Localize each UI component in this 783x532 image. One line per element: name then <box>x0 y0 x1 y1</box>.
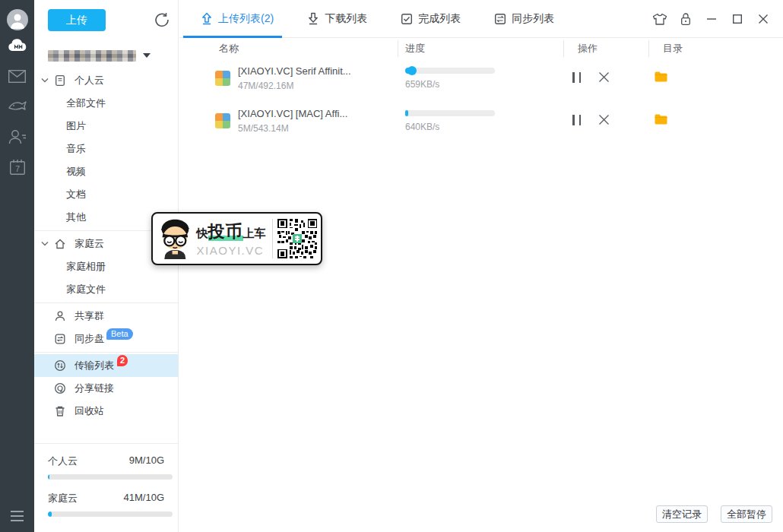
file-type-icon <box>215 113 230 128</box>
quota-value: 9M/10G <box>129 454 164 468</box>
qr-code <box>277 217 317 260</box>
person-icon <box>10 12 25 29</box>
sidebar-item-all-files[interactable]: 全部文件 <box>34 92 178 115</box>
pause-all-button[interactable]: 全部暂停 <box>721 505 772 523</box>
sidebar-item-video[interactable]: 视频 <box>34 160 178 183</box>
tab-sync-list[interactable]: 同步列表 <box>494 12 554 26</box>
fish-icon[interactable] <box>0 99 34 112</box>
column-directory: 目录 <box>663 42 683 55</box>
chevron-down-icon <box>41 241 49 246</box>
cancel-button[interactable] <box>598 71 610 86</box>
footer-actions: 清空记录 全部暂停 <box>656 505 772 523</box>
svg-text:7: 7 <box>14 164 19 173</box>
progress-bar <box>405 110 495 116</box>
quota-personal: 个人云 9M/10G <box>48 454 164 480</box>
share-link-icon <box>54 382 66 394</box>
sidebar-item-recycle-bin[interactable]: 回收站 <box>34 400 178 423</box>
sidebar: 上传 个人云 全部文件 图片 音乐 视频 文档 其他 <box>34 0 179 532</box>
quota-bar <box>48 511 173 517</box>
sidebar-item-sync-disk[interactable]: 同步盘 Beta <box>34 328 178 350</box>
cartoon-avatar <box>157 217 194 261</box>
tab-upload-list[interactable]: 上传列表(2) <box>201 12 274 26</box>
divider <box>648 40 649 57</box>
minimize-button[interactable] <box>704 11 719 27</box>
check-box-icon <box>401 13 413 25</box>
watermark-stamp: 快投币上车 XIAOYI.VC <box>151 212 322 265</box>
transfer-speed: 640KB/s <box>405 122 439 132</box>
group-icon <box>54 310 66 322</box>
quota-label: 个人云 <box>48 454 78 468</box>
left-rail: 7 <box>0 0 34 532</box>
pause-button[interactable] <box>572 72 582 83</box>
refresh-icon[interactable] <box>154 11 170 28</box>
file-type-icon <box>215 71 230 86</box>
tab-completed-list[interactable]: 完成列表 <box>401 12 461 26</box>
document-icon <box>54 74 66 87</box>
chevron-down-icon <box>143 53 151 58</box>
user-avatar[interactable] <box>7 9 28 30</box>
upload-icon <box>201 12 213 25</box>
sidebar-item-family-files[interactable]: 家庭文件 <box>34 278 178 301</box>
sync-disk-icon <box>54 333 66 345</box>
column-operations: 操作 <box>578 42 598 55</box>
contacts-icon[interactable] <box>0 129 34 144</box>
progress-bar <box>405 68 495 74</box>
upload-button[interactable]: 上传 <box>48 9 106 31</box>
cloud-logo-icon[interactable] <box>0 38 34 53</box>
skin-theme-icon[interactable] <box>652 11 667 27</box>
table-row[interactable]: [XIAOYI.VC] Serif Affinit... 47M/492.16M… <box>179 59 783 102</box>
home-icon <box>54 238 66 250</box>
quota-value: 41M/10G <box>124 492 164 505</box>
divider <box>34 302 178 303</box>
sidebar-item-music[interactable]: 音乐 <box>34 138 178 160</box>
pause-button[interactable] <box>572 115 582 125</box>
app-window: 7 上传 个人云 全部文件 图片 音乐 视频 文档 <box>0 0 783 532</box>
main-panel: 上传列表(2) 下载列表 完成列表 同步列表 <box>179 0 783 532</box>
divider <box>398 40 398 57</box>
account-selector[interactable] <box>48 49 151 62</box>
table-row[interactable]: [XIAOYI.VC] [MAC] Affi... 5M/543.14M 640… <box>179 102 783 144</box>
open-folder-button[interactable] <box>655 71 667 85</box>
column-progress: 进度 <box>405 42 425 55</box>
file-size: 5M/543.14M <box>238 123 289 134</box>
quota-label: 家庭云 <box>48 492 78 505</box>
file-name: [XIAOYI.VC] Serif Affinit... <box>238 65 394 77</box>
sidebar-item-personal-cloud[interactable]: 个人云 <box>34 69 178 92</box>
file-size: 47M/492.16M <box>238 81 293 91</box>
divider <box>272 219 273 258</box>
quota-bar <box>48 474 173 480</box>
maximize-button[interactable] <box>730 11 745 27</box>
sidebar-item-share-links[interactable]: 分享链接 <box>34 377 178 400</box>
mail-icon[interactable] <box>0 70 34 83</box>
open-folder-button[interactable] <box>655 114 667 128</box>
cancel-button[interactable] <box>598 114 610 128</box>
progress-knob <box>407 66 417 75</box>
column-name: 名称 <box>219 42 239 55</box>
transfer-count-badge: 2 <box>117 355 128 366</box>
divider <box>34 352 178 353</box>
chevron-down-icon <box>41 78 49 83</box>
censored-username <box>48 50 136 62</box>
file-name: [XIAOYI.VC] [MAC] Affi... <box>238 108 394 119</box>
trash-icon <box>54 405 66 417</box>
storage-quota: 个人云 9M/10G 家庭云 41M/10G <box>34 443 178 532</box>
download-icon <box>307 12 319 25</box>
lock-icon[interactable] <box>678 11 693 27</box>
close-button[interactable] <box>756 11 771 27</box>
clear-records-button[interactable]: 清空记录 <box>656 505 708 523</box>
transfer-speed: 659KB/s <box>405 79 439 90</box>
sidebar-item-docs[interactable]: 文档 <box>34 183 178 206</box>
divider <box>563 40 564 57</box>
tab-download-list[interactable]: 下载列表 <box>307 12 367 26</box>
sync-icon <box>494 13 506 25</box>
tab-bar: 上传列表(2) 下载列表 完成列表 同步列表 <box>179 0 783 38</box>
sidebar-item-transfer-list[interactable]: 传输列表 2 <box>34 354 178 377</box>
menu-icon[interactable] <box>11 511 24 521</box>
quota-family: 家庭云 41M/10G <box>48 492 164 517</box>
watermark-text: 快投币上车 XIAOYI.VC <box>197 220 271 257</box>
transfer-icon <box>54 359 66 372</box>
sidebar-item-shared-group[interactable]: 共享群 <box>34 305 178 328</box>
beta-badge: Beta <box>106 328 133 340</box>
calendar-7-icon[interactable]: 7 <box>0 158 34 176</box>
sidebar-item-pictures[interactable]: 图片 <box>34 115 178 138</box>
